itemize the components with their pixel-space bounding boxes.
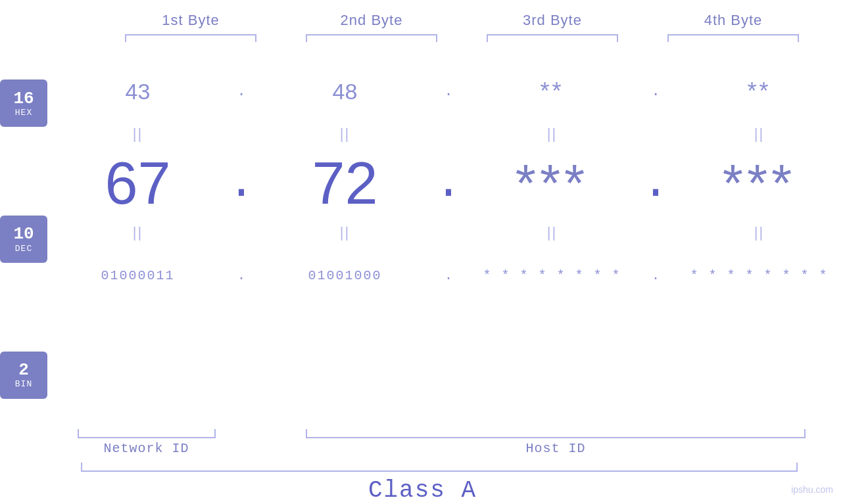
hex-badge: 16 HEX xyxy=(0,80,47,127)
dec-b1-cell: 67 xyxy=(47,150,228,218)
hex-b3-cell: ** xyxy=(462,78,642,105)
host-bracket xyxy=(306,429,806,438)
host-id-container: Host ID xyxy=(250,441,845,456)
dec-b3-value: *** xyxy=(516,153,589,214)
bin-b4-cell: * * * * * * * * xyxy=(669,268,845,283)
bin-row: 01000011 . 01001000 . * * * * * * * * . xyxy=(47,246,845,305)
eq2-b1: || xyxy=(47,224,228,241)
bin-number: 2 xyxy=(18,361,29,380)
bin-badge: 2 BIN xyxy=(0,352,47,399)
byte3-header: 3rd Byte xyxy=(462,12,643,29)
eq2-b3: || xyxy=(462,224,642,241)
eq2-b4: || xyxy=(669,224,845,241)
eq1-b4: || xyxy=(669,126,845,143)
network-bracket xyxy=(78,429,216,438)
network-id-container: Network ID xyxy=(43,441,250,456)
bin-dot3: . xyxy=(642,268,669,283)
bracket-byte1 xyxy=(101,34,281,42)
dec-b3-cell: *** xyxy=(462,153,642,214)
host-id-label: Host ID xyxy=(525,441,585,456)
bin-label: BIN xyxy=(15,379,32,389)
bracket-byte4 xyxy=(643,34,824,42)
bin-b3-cell: * * * * * * * * xyxy=(462,268,642,283)
dec-dot3: . xyxy=(642,158,669,210)
eq1-b3: || xyxy=(462,126,642,143)
hex-row: 43 . 48 . ** . ** xyxy=(47,62,845,121)
data-columns: 43 . 48 . ** . ** xyxy=(47,42,845,423)
hex-b4-cell: ** xyxy=(669,78,845,105)
hex-b1-value: 43 xyxy=(126,79,151,104)
bin-b2-cell: 01001000 xyxy=(254,268,435,283)
byte2-header: 2nd Byte xyxy=(281,12,462,29)
bin-b1-cell: 01000011 xyxy=(47,268,228,283)
class-row: Class A xyxy=(0,477,845,504)
dec-b2-value: 72 xyxy=(312,150,377,218)
hex-dot2: . xyxy=(435,83,462,100)
hex-b2-value: 48 xyxy=(333,79,358,104)
main-container: 1st Byte 2nd Byte 3rd Byte 4th Byte 16 H… xyxy=(0,0,845,504)
hex-b2-cell: 48 xyxy=(254,79,435,104)
class-label: Class A xyxy=(368,477,477,504)
equals-row-2: || || || || xyxy=(47,219,845,246)
bin-dot1: . xyxy=(228,268,254,283)
bracket-line-4 xyxy=(667,34,799,42)
eq1-b2: || xyxy=(254,126,435,143)
dec-number: 10 xyxy=(13,225,34,244)
bottom-brackets-row xyxy=(43,429,845,438)
eq1-b1: || xyxy=(47,126,228,143)
hex-dot3: . xyxy=(642,83,669,100)
bin-b2-value: 01001000 xyxy=(308,268,381,283)
byte4-header: 4th Byte xyxy=(643,12,824,29)
byte-headers: 1st Byte 2nd Byte 3rd Byte 4th Byte xyxy=(39,0,845,29)
network-id-label: Network ID xyxy=(103,441,189,456)
network-bracket-container xyxy=(43,429,250,438)
bottom-section: Network ID Host ID Class A xyxy=(0,426,845,504)
bracket-byte2 xyxy=(281,34,462,42)
bracket-line-3 xyxy=(487,34,618,42)
top-brackets xyxy=(39,34,845,42)
equals-row-1: || || || || xyxy=(47,121,845,147)
bracket-byte3 xyxy=(462,34,643,42)
dec-badge: 10 DEC xyxy=(0,216,47,263)
labels-column: 16 HEX 10 DEC 2 BIN xyxy=(0,42,47,423)
full-bracket xyxy=(81,463,798,472)
dec-dot1: . xyxy=(228,158,254,210)
dec-b4-cell: *** xyxy=(669,153,845,214)
dec-row: 67 . 72 . *** . *** xyxy=(47,147,845,219)
dec-dot2: . xyxy=(435,158,462,210)
hex-dot1: . xyxy=(228,83,254,100)
hex-label: HEX xyxy=(15,108,32,118)
byte1-header: 1st Byte xyxy=(101,12,281,29)
bin-b3-value: * * * * * * * * xyxy=(483,268,621,283)
bracket-line-1 xyxy=(125,34,256,42)
hex-b4-value: ** xyxy=(747,78,771,105)
bin-dot2: . xyxy=(435,268,462,283)
host-bracket-container xyxy=(250,429,845,438)
dec-label: DEC xyxy=(15,244,32,254)
eq2-b2: || xyxy=(254,224,435,241)
hex-b1-cell: 43 xyxy=(47,79,228,104)
dec-b2-cell: 72 xyxy=(254,150,435,218)
full-bracket-row xyxy=(16,463,845,472)
dec-b1-value: 67 xyxy=(105,150,170,218)
labels-row: Network ID Host ID xyxy=(43,441,845,456)
dec-b4-value: *** xyxy=(723,153,796,214)
bin-b1-value: 01000011 xyxy=(101,268,174,283)
bracket-line-2 xyxy=(306,34,437,42)
hex-number: 16 xyxy=(13,89,34,108)
hex-b3-value: ** xyxy=(540,78,564,105)
bin-b4-value: * * * * * * * * xyxy=(690,268,828,283)
watermark: ipshu.com xyxy=(791,484,833,495)
